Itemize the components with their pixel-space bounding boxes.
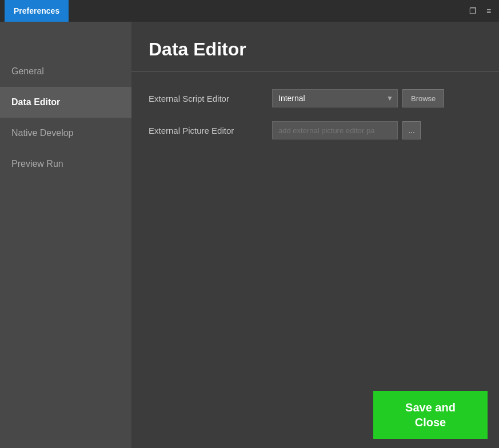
main-body: External Script Editor Internal External… xyxy=(131,72,499,382)
main-content: Data Editor External Script Editor Inter… xyxy=(131,22,499,448)
external-script-editor-control: Internal External ▼ Browse xyxy=(272,89,444,107)
sidebar: General Data Editor Native Develop Previ… xyxy=(0,22,131,448)
external-script-editor-row: External Script Editor Internal External… xyxy=(149,89,482,107)
sidebar-item-label-general: General xyxy=(11,66,44,76)
sidebar-item-native-develop[interactable]: Native Develop xyxy=(0,118,131,149)
sidebar-item-data-editor[interactable]: Data Editor xyxy=(0,87,131,118)
footer: Save andClose xyxy=(131,382,499,448)
save-and-close-button[interactable]: Save andClose xyxy=(373,391,488,439)
page-title: Data Editor xyxy=(149,39,482,60)
menu-icon: ≡ xyxy=(486,6,491,15)
titlebar: Preferences ❐ ≡ xyxy=(0,0,499,22)
restore-icon: ❐ xyxy=(469,6,477,15)
external-picture-editor-label: External Picture Editor xyxy=(149,126,263,135)
save-close-label: Save andClose xyxy=(405,401,456,429)
external-script-editor-select[interactable]: Internal External xyxy=(272,89,398,107)
restore-button[interactable]: ❐ xyxy=(467,5,478,17)
external-script-editor-label: External Script Editor xyxy=(149,94,263,103)
content: General Data Editor Native Develop Previ… xyxy=(0,22,499,448)
external-picture-editor-control: ... xyxy=(272,121,421,139)
sidebar-item-general[interactable]: General xyxy=(0,56,131,87)
external-picture-editor-input[interactable] xyxy=(272,121,398,139)
sidebar-item-label-preview-run: Preview Run xyxy=(11,159,63,169)
sidebar-item-label-data-editor: Data Editor xyxy=(11,97,60,107)
preferences-window: Preferences ❐ ≡ General Data Editor Nati… xyxy=(0,0,499,448)
titlebar-controls: ❐ ≡ xyxy=(467,5,494,17)
external-script-editor-wrapper: Internal External ▼ xyxy=(272,89,398,107)
menu-button[interactable]: ≡ xyxy=(483,5,494,17)
sidebar-item-preview-run[interactable]: Preview Run xyxy=(0,149,131,179)
titlebar-title: Preferences xyxy=(5,0,69,22)
main-header: Data Editor xyxy=(131,22,499,72)
sidebar-item-label-native-develop: Native Develop xyxy=(11,128,74,138)
external-picture-editor-row: External Picture Editor ... xyxy=(149,121,482,139)
ellipsis-button[interactable]: ... xyxy=(402,121,421,139)
browse-button[interactable]: Browse xyxy=(402,89,444,107)
